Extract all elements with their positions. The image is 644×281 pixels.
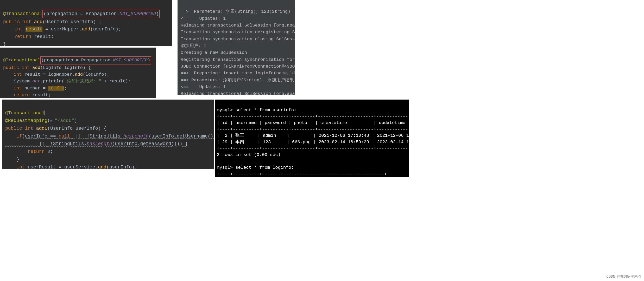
semi: ; [51,34,54,39]
not-2: !StringUtils. [47,141,87,146]
assign-userservice: userResult = userService. [28,165,98,169]
log-line: Releasing transactional SqlSession [org.… [181,91,295,95]
mysql-sep: +----+----------+----------+---------+--… [217,127,409,132]
if-open: ( [22,134,25,139]
rm-close: ) [74,118,77,123]
call-system: System. [3,79,32,84]
code-editor-3[interactable]: @Transactional @RequestMapping(◉⌄"/add6"… [2,100,214,169]
var-result: result [34,34,51,39]
annotation-transactional-3: @Transactional [5,110,45,116]
mysql-prompt-line: mysql> select * from userinfo; [217,108,296,113]
arg-password: (userInfo.getPassword())) { [112,141,188,146]
rm-open: ( [47,118,50,123]
var-result-2: result [24,72,43,77]
log-line: Creating a new SqlSession [181,50,247,55]
or-1: || [73,134,84,139]
var-result-highlight: result [26,27,42,32]
anno-close-paren: ) [156,11,159,16]
indent [5,134,16,139]
table-row: | 29 | 李四 | 123 | 666.png | 2023-02-14 1… [217,140,409,145]
kw-int-f: int [5,165,28,169]
kw-int-d: int [3,86,24,91]
call-add-3: add [98,165,106,169]
call-haslength-2: hasLength [87,141,112,146]
mysql-terminal[interactable]: mysql> select * from userinfo; +----+---… [215,100,409,177]
kw-int-e: int [25,126,36,131]
log-line: <== Updates: 1 [181,84,226,89]
anno-close-2: ) [148,58,150,63]
method-add6: add6 [36,126,47,131]
kw-public-2: public [3,65,22,70]
log-line: Transaction synchronization closing SqlS… [181,37,295,42]
watermark-text: CSDN @快到锅里来呀 [607,274,641,279]
log-line: ==> Preparing: insert into loginfo(name,… [181,71,295,76]
call-args-3: (userInfo); [106,165,137,169]
table-row: | 2 | 张三 | admin | | 2021-12-06 17:10:48… [217,133,409,138]
annotation-transactional-2: @Transactional [3,58,40,63]
kw-public: public [3,19,23,24]
assign-usermapper: = userMapper. [42,27,82,32]
enum-not-supported: NOT_SUPPORTED [119,11,156,16]
or-2: || [39,141,47,146]
mysql-header-row: | id | username | password | photo | cre… [217,120,409,125]
code-editor-2[interactable]: @Transactional(propagation = Propagation… [0,48,156,98]
params: (UserInfo userInfo) { [42,19,102,24]
log-line: Releasing transactional SqlSession [org.… [181,23,295,28]
kw-int-b: int [22,65,32,70]
not-1: !StringUtils. [84,134,123,139]
log-line: Transaction synchronization deregisterin… [181,30,295,35]
arg-username: (userInfo.getUsername()) [149,134,214,139]
plus-result: + result); [101,79,130,84]
div-highlight: / [54,86,62,91]
annotation-args-red-box-2: (propagation = Propagation.NOT_SUPPORTED… [40,56,151,64]
var-result-ret: result; [32,93,51,97]
mysql-sep: +----+----------+----------+---------+--… [217,114,409,119]
method-add: add [34,19,42,24]
cond-userinfo: userInfo == [25,134,59,139]
indent-2 [5,141,39,146]
kw-public-3: public [5,126,25,131]
mysql-rows-status: 2 rows in set (0.00 sec) [217,152,281,157]
mysql-sep: +----+----------+-----------------------… [217,172,387,177]
var-number: number = [24,86,48,91]
kw-int: int [23,19,34,24]
close-brace: } [3,42,6,46]
log-line: 添加用户: 1 [181,43,206,48]
literal-0-highlight: 0 [61,86,64,91]
annotation-transactional: @Transactional [3,11,42,16]
literal-zero: 0 [47,149,50,154]
semi-3: ; [50,149,53,154]
string-add6-path: "/add6" [55,118,74,123]
annotation-requestmapping: @RequestMapping [5,118,47,123]
log-line: ==> Parameters: 李四(String), 123(String) [181,9,291,14]
string-log-result: "添加日志结果: " [64,79,102,84]
log-line: ==> Parameters: 添加用户(String), 添加用户结果: 1(… [181,78,295,83]
enum-not-supported-2: NOT_SUPPORTED [113,58,148,63]
log-line: JDBC Connection [HikariProxyConnection@4… [181,64,295,69]
console-log-panel[interactable]: ==> Parameters: 李四(String), 123(String) … [178,0,295,95]
kw-return-3: return [5,149,47,154]
mysql-sep: +----+----------+----------+---------+--… [217,146,409,151]
kw-if: if [16,134,22,139]
kw-null: null [59,134,73,139]
kw-return: return [3,34,34,39]
assign-logmapper: = logMapper. [43,72,75,77]
call-args: (userInfo); [90,27,121,32]
anno-args: (propagation = Propagation. [43,11,119,16]
anno-args-2: (propagation = Propagation. [41,58,113,63]
url-mapping-icon[interactable]: ◉⌄ [50,119,55,123]
call-args-2: (logInfo); [83,72,109,77]
kw-return-2: return [3,93,32,97]
log-line: <== Updates: 1 [181,16,226,21]
method-add-2: add [32,65,40,70]
text-cursor [45,110,45,116]
field-out: out [32,79,40,84]
close-brace-if: } [5,157,19,162]
call-add-2: add [75,72,83,77]
annotation-args-red-box: (propagation = Propagation.NOT_SUPPORTED… [42,10,160,18]
kw-int-2: int [3,27,26,32]
log-line: Registering transaction synchronization … [181,57,295,62]
code-editor-1[interactable]: @Transactional(propagation = Propagation… [0,0,172,46]
literal-10-highlight: 10 [48,86,53,91]
call-haslength-1: hasLength [123,134,149,139]
